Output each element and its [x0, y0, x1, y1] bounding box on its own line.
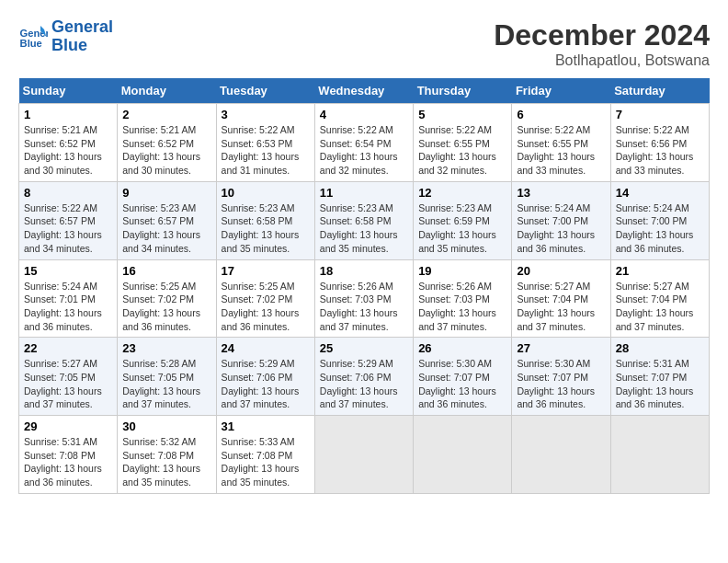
day-detail: Sunrise: 5:22 AMSunset: 6:55 PMDaylight:… [418, 124, 496, 176]
calendar-header-row: SundayMondayTuesdayWednesdayThursdayFrid… [19, 78, 710, 104]
calendar-cell: 8 Sunrise: 5:22 AMSunset: 6:57 PMDayligh… [19, 181, 118, 259]
day-detail: Sunrise: 5:23 AMSunset: 6:58 PMDaylight:… [222, 202, 300, 254]
calendar-cell: 30 Sunrise: 5:32 AMSunset: 7:08 PMDaylig… [118, 416, 216, 494]
calendar-cell: 13 Sunrise: 5:24 AMSunset: 7:00 PMDaylig… [512, 181, 610, 259]
header: General Blue General Blue December 2024 … [18, 18, 710, 69]
header-saturday: Saturday [610, 78, 709, 104]
logo-line1: General [51, 17, 113, 36]
svg-text:Blue: Blue [20, 38, 42, 49]
calendar-cell [314, 416, 413, 494]
logo: General Blue General Blue [18, 18, 113, 55]
day-number: 6 [517, 108, 605, 121]
calendar-cell: 6 Sunrise: 5:22 AMSunset: 6:55 PMDayligh… [512, 104, 610, 182]
header-sunday: Sunday [19, 78, 118, 104]
day-detail: Sunrise: 5:25 AMSunset: 7:02 PMDaylight:… [222, 281, 300, 332]
calendar-cell: 18 Sunrise: 5:26 AMSunset: 7:03 PMDaylig… [314, 259, 413, 338]
day-detail: Sunrise: 5:26 AMSunset: 7:03 PMDaylight:… [418, 281, 496, 332]
day-number: 8 [24, 186, 112, 200]
day-detail: Sunrise: 5:23 AMSunset: 6:58 PMDaylight:… [320, 202, 398, 254]
day-number: 2 [122, 108, 210, 121]
day-detail: Sunrise: 5:25 AMSunset: 7:02 PMDaylight:… [122, 281, 200, 332]
calendar-cell: 16 Sunrise: 5:25 AMSunset: 7:02 PMDaylig… [118, 259, 216, 338]
calendar-cell: 4 Sunrise: 5:22 AMSunset: 6:54 PMDayligh… [314, 104, 413, 182]
calendar-cell: 15 Sunrise: 5:24 AMSunset: 7:01 PMDaylig… [19, 259, 118, 338]
calendar-cell: 11 Sunrise: 5:23 AMSunset: 6:58 PMDaylig… [314, 181, 413, 259]
calendar-cell: 17 Sunrise: 5:25 AMSunset: 7:02 PMDaylig… [216, 259, 314, 338]
week-row-1: 1 Sunrise: 5:21 AMSunset: 6:52 PMDayligh… [19, 104, 710, 182]
subtitle: Botlhapatlou, Botswana [494, 52, 710, 69]
calendar-cell: 31 Sunrise: 5:33 AMSunset: 7:08 PMDaylig… [216, 416, 314, 494]
day-number: 9 [122, 186, 210, 200]
day-number: 15 [24, 264, 112, 278]
day-number: 26 [418, 341, 506, 355]
calendar-cell: 19 Sunrise: 5:26 AMSunset: 7:03 PMDaylig… [414, 259, 512, 338]
week-row-3: 15 Sunrise: 5:24 AMSunset: 7:01 PMDaylig… [19, 259, 710, 338]
calendar-table: SundayMondayTuesdayWednesdayThursdayFrid… [18, 78, 710, 494]
day-number: 28 [616, 341, 704, 355]
week-row-5: 29 Sunrise: 5:31 AMSunset: 7:08 PMDaylig… [19, 416, 710, 494]
day-number: 22 [24, 341, 112, 355]
day-number: 23 [122, 341, 210, 355]
day-number: 17 [222, 264, 310, 278]
calendar-cell: 22 Sunrise: 5:27 AMSunset: 7:05 PMDaylig… [19, 338, 118, 416]
logo-text: General Blue [51, 18, 113, 55]
day-number: 29 [24, 419, 112, 433]
calendar-cell: 26 Sunrise: 5:30 AMSunset: 7:07 PMDaylig… [414, 338, 512, 416]
week-row-2: 8 Sunrise: 5:22 AMSunset: 6:57 PMDayligh… [19, 181, 710, 259]
calendar-cell [414, 416, 512, 494]
day-number: 4 [320, 108, 408, 121]
calendar-cell: 2 Sunrise: 5:21 AMSunset: 6:52 PMDayligh… [118, 104, 216, 182]
day-detail: Sunrise: 5:22 AMSunset: 6:57 PMDaylight:… [24, 202, 102, 254]
day-detail: Sunrise: 5:31 AMSunset: 7:08 PMDaylight:… [24, 436, 102, 488]
day-number: 24 [222, 341, 310, 355]
day-number: 31 [222, 419, 310, 433]
day-number: 12 [418, 186, 506, 200]
day-detail: Sunrise: 5:31 AMSunset: 7:07 PMDaylight:… [616, 358, 694, 409]
day-number: 11 [320, 186, 408, 200]
day-detail: Sunrise: 5:23 AMSunset: 6:57 PMDaylight:… [122, 202, 200, 254]
calendar-cell: 27 Sunrise: 5:30 AMSunset: 7:07 PMDaylig… [512, 338, 610, 416]
day-number: 16 [122, 264, 210, 278]
title-area: December 2024 Botlhapatlou, Botswana [494, 18, 710, 69]
day-detail: Sunrise: 5:32 AMSunset: 7:08 PMDaylight:… [122, 436, 200, 488]
day-detail: Sunrise: 5:24 AMSunset: 7:00 PMDaylight:… [517, 202, 595, 254]
week-row-4: 22 Sunrise: 5:27 AMSunset: 7:05 PMDaylig… [19, 338, 710, 416]
calendar-body: 1 Sunrise: 5:21 AMSunset: 6:52 PMDayligh… [19, 104, 710, 494]
calendar-cell [512, 416, 610, 494]
day-detail: Sunrise: 5:27 AMSunset: 7:04 PMDaylight:… [517, 281, 595, 332]
calendar-cell: 21 Sunrise: 5:27 AMSunset: 7:04 PMDaylig… [610, 259, 709, 338]
day-number: 5 [418, 108, 506, 121]
day-detail: Sunrise: 5:22 AMSunset: 6:56 PMDaylight:… [616, 124, 694, 176]
day-detail: Sunrise: 5:22 AMSunset: 6:54 PMDaylight:… [320, 124, 398, 176]
calendar-cell [610, 416, 709, 494]
calendar-cell: 24 Sunrise: 5:29 AMSunset: 7:06 PMDaylig… [216, 338, 314, 416]
calendar-cell: 29 Sunrise: 5:31 AMSunset: 7:08 PMDaylig… [19, 416, 118, 494]
calendar-cell: 7 Sunrise: 5:22 AMSunset: 6:56 PMDayligh… [610, 104, 709, 182]
day-detail: Sunrise: 5:28 AMSunset: 7:05 PMDaylight:… [122, 358, 200, 409]
day-detail: Sunrise: 5:27 AMSunset: 7:04 PMDaylight:… [616, 281, 694, 332]
day-number: 30 [122, 419, 210, 433]
day-number: 21 [616, 264, 704, 278]
day-number: 19 [418, 264, 506, 278]
day-number: 14 [616, 186, 704, 200]
header-thursday: Thursday [414, 78, 512, 104]
calendar-cell: 1 Sunrise: 5:21 AMSunset: 6:52 PMDayligh… [19, 104, 118, 182]
header-monday: Monday [118, 78, 216, 104]
day-number: 1 [24, 108, 112, 121]
day-number: 10 [222, 186, 310, 200]
day-detail: Sunrise: 5:29 AMSunset: 7:06 PMDaylight:… [320, 358, 398, 409]
day-detail: Sunrise: 5:21 AMSunset: 6:52 PMDaylight:… [122, 124, 200, 176]
day-number: 7 [616, 108, 704, 121]
logo-icon: General Blue [18, 22, 48, 52]
calendar-cell: 14 Sunrise: 5:24 AMSunset: 7:00 PMDaylig… [610, 181, 709, 259]
day-detail: Sunrise: 5:22 AMSunset: 6:53 PMDaylight:… [222, 124, 300, 176]
header-wednesday: Wednesday [314, 78, 413, 104]
logo-line2: Blue [51, 36, 87, 54]
day-detail: Sunrise: 5:21 AMSunset: 6:52 PMDaylight:… [24, 124, 102, 176]
day-number: 13 [517, 186, 605, 200]
day-number: 25 [320, 341, 408, 355]
day-detail: Sunrise: 5:33 AMSunset: 7:08 PMDaylight:… [222, 436, 300, 488]
calendar-cell: 5 Sunrise: 5:22 AMSunset: 6:55 PMDayligh… [414, 104, 512, 182]
day-number: 3 [222, 108, 310, 121]
calendar-cell: 10 Sunrise: 5:23 AMSunset: 6:58 PMDaylig… [216, 181, 314, 259]
